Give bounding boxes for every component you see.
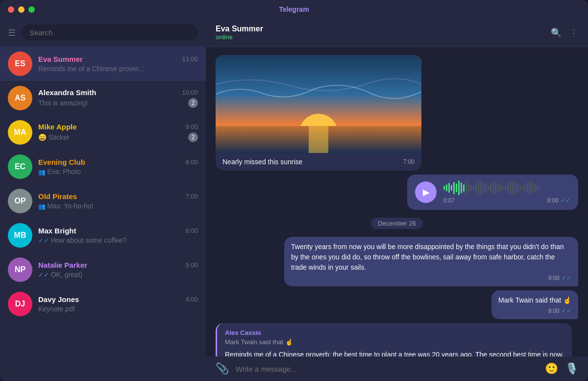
- avatar-alexandra-smith: AS: [8, 86, 32, 110]
- chat-list: ESEva Summer11:00Reminds me of a Chinese…: [0, 47, 206, 381]
- waveform-bar: [500, 184, 501, 191]
- chat-name-eva-summer: Eva Summer: [38, 55, 83, 63]
- waveform-bar: [497, 183, 499, 192]
- chat-name-alexandra-smith: Alexandra Smith: [38, 88, 96, 97]
- waveform-bar: [522, 186, 523, 190]
- app-window: Telegram ☰ ESEva Summer11:00Reminds me o…: [0, 0, 588, 381]
- message-input[interactable]: [236, 365, 538, 373]
- close-button[interactable]: [8, 6, 14, 13]
- chat-list-item-evening-club[interactable]: ECEvening Club8:00👥 Eva: Photo: [0, 150, 206, 184]
- chat-contact-name: Eva Summer: [216, 25, 263, 33]
- message-bubble-msg3: Twenty years from now you will be more d…: [284, 237, 578, 286]
- chat-list-item-natalie-parker[interactable]: NPNatalie Parker5:00✓✓ OK, great): [0, 253, 206, 287]
- reply-preview: Mark Twain said that ☝️: [225, 338, 564, 346]
- main-content: ☰ ESEva Summer11:00Reminds me of a Chine…: [0, 19, 588, 381]
- waveform-bar: [448, 183, 450, 193]
- read-checkmarks: ✓✓: [562, 307, 571, 314]
- attach-icon[interactable]: 📎: [216, 362, 229, 375]
- chat-list-item-max-bright[interactable]: MBMax Bright6:00✓✓ How about some coffee…: [0, 218, 206, 253]
- waveform-bar: [514, 182, 516, 194]
- message-row-msg5: Alex CassioMark Twain said that ☝️Remind…: [216, 323, 578, 356]
- chat-name-max-bright: Max Bright: [38, 227, 76, 235]
- chat-time-alexandra-smith: 10:00: [182, 89, 198, 96]
- waveform-bar: [453, 182, 455, 194]
- search-input[interactable]: [22, 25, 198, 41]
- chat-last-old-pirates: 👥 Max: Yo-ho-ho!: [38, 202, 94, 210]
- traffic-lights: [8, 6, 35, 13]
- chat-status: online: [216, 33, 263, 41]
- play-icon: ▶: [423, 187, 430, 198]
- chat-last-mike-apple: 😄 Sticker: [38, 133, 70, 141]
- waveform-bar: [529, 181, 531, 195]
- chat-time-evening-club: 8:00: [186, 158, 198, 166]
- waveform-bar: [485, 184, 487, 192]
- chat-list-item-mike-apple[interactable]: MAMike Apple9:00😄 Sticker2: [0, 115, 206, 150]
- chat-info-evening-club: Evening Club8:00👥 Eva: Photo: [38, 158, 198, 176]
- chat-list-item-davy-jones[interactable]: DJDavy Jones4:00Keynote.pdf: [0, 287, 206, 321]
- message-input-area: 📎 🙂 🎙️: [206, 356, 588, 381]
- play-button[interactable]: ▶: [415, 181, 437, 203]
- waveform-bar: [517, 183, 518, 192]
- waveform-bar: [443, 186, 445, 190]
- avatar-evening-club: EC: [8, 154, 32, 179]
- avatar-davy-jones: DJ: [8, 292, 32, 316]
- chat-last-evening-club: 👥 Eva: Photo: [38, 168, 81, 176]
- chat-name-old-pirates: Old Pirates: [38, 192, 77, 201]
- menu-icon[interactable]: ☰: [8, 27, 16, 38]
- title-bar: Telegram: [0, 0, 588, 19]
- read-checkmarks: ✓✓: [561, 197, 570, 204]
- waveform-bar: [532, 182, 533, 194]
- waveform-bar: [478, 182, 479, 194]
- waveform-bar: [473, 186, 474, 190]
- chat-info-davy-jones: Davy Jones4:00Keynote.pdf: [38, 295, 198, 313]
- sidebar-header: ☰: [0, 19, 206, 47]
- chat-name-evening-club: Evening Club: [38, 158, 85, 166]
- waveform-bar: [490, 183, 491, 193]
- waveform-bar: [510, 181, 511, 194]
- messages-container: Nearly missed this sunrise7:00▶0:078:00✓…: [206, 47, 588, 356]
- waveform-bar: [458, 180, 460, 195]
- chat-list-item-alexandra-smith[interactable]: ASAlexandra Smith10:00This is amazing!2: [0, 81, 206, 115]
- chat-list-item-eva-summer[interactable]: ESEva Summer11:00Reminds me of a Chinese…: [0, 47, 206, 81]
- more-icon[interactable]: ⋮: [569, 27, 578, 38]
- chat-last-alexandra-smith: This is amazing!: [38, 99, 88, 107]
- svg-rect-3: [309, 126, 328, 153]
- voice-bubble: ▶0:078:00✓✓: [407, 175, 578, 210]
- image-caption-text: Nearly missed this sunrise: [222, 158, 302, 166]
- message-time: 9:00: [548, 275, 560, 281]
- chat-name-davy-jones: Davy Jones: [38, 295, 79, 304]
- message-text: Mark Twain said that ☝️: [498, 295, 571, 305]
- mic-icon[interactable]: 🎙️: [565, 362, 578, 375]
- waveform-bar: [446, 184, 447, 191]
- avatar-max-bright: MB: [8, 223, 32, 248]
- chat-last-natalie-parker: ✓✓ OK, great): [38, 271, 82, 279]
- chat-info-natalie-parker: Natalie Parker5:00✓✓ OK, great): [38, 261, 198, 279]
- chat-time-max-bright: 6:00: [186, 227, 198, 234]
- avatar-old-pirates: OP: [8, 189, 32, 213]
- waveform-bar: [502, 186, 504, 190]
- minimize-button[interactable]: [18, 6, 24, 13]
- chat-list-item-old-pirates[interactable]: OPOld Pirates7:00👥 Max: Yo-ho-ho!: [0, 184, 206, 218]
- chat-header: Eva Summer online 🔍 ⋮: [206, 19, 588, 47]
- waveform-bar: [512, 180, 514, 195]
- chat-area: Eva Summer online 🔍 ⋮: [206, 19, 588, 381]
- waveform-bar: [461, 182, 462, 193]
- badge-mike-apple: 2: [188, 132, 198, 142]
- app-title: Telegram: [279, 5, 309, 13]
- waveform-bar: [456, 183, 457, 192]
- chat-info-max-bright: Max Bright6:00✓✓ How about some coffee?: [38, 227, 198, 244]
- waveform-bar: [468, 183, 469, 193]
- chat-info-eva-summer: Eva Summer11:00Reminds me of a Chinese p…: [38, 55, 198, 73]
- message-time: 8:00: [547, 197, 559, 204]
- waveform-bar: [470, 185, 472, 191]
- waveform-bar: [492, 181, 494, 195]
- message-row-msg1: Nearly missed this sunrise7:00: [216, 55, 578, 171]
- image-bubble-msg1: Nearly missed this sunrise7:00: [216, 55, 421, 171]
- chat-time-natalie-parker: 5:00: [186, 261, 198, 269]
- search-icon[interactable]: 🔍: [551, 27, 562, 38]
- chat-header-info: Eva Summer online: [216, 25, 263, 41]
- image-placeholder: [216, 55, 421, 153]
- voice-duration: 0:07: [443, 197, 540, 204]
- maximize-button[interactable]: [28, 6, 35, 13]
- emoji-icon[interactable]: 🙂: [545, 362, 558, 375]
